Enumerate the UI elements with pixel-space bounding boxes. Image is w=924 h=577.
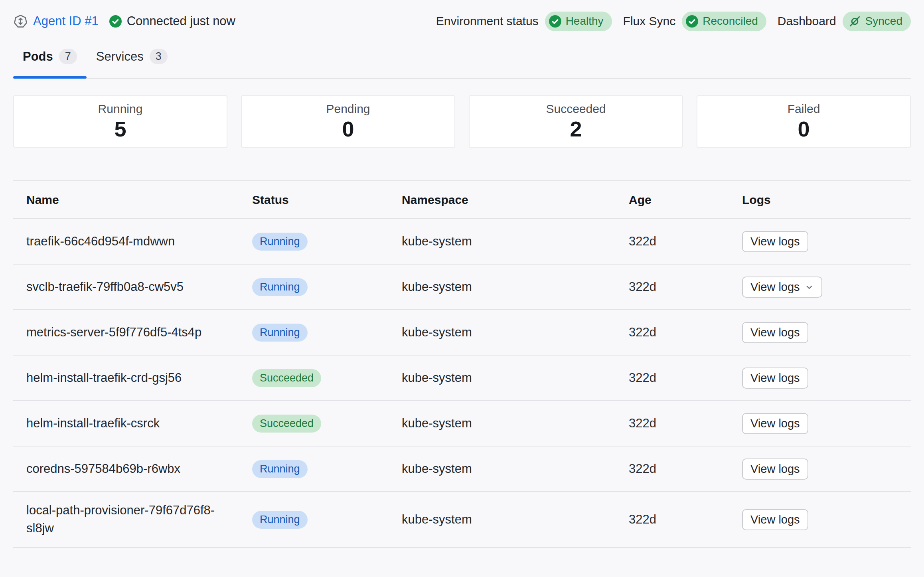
status-badge: Running bbox=[252, 460, 308, 478]
view-logs-button[interactable]: View logs bbox=[742, 509, 808, 530]
card-failed: Failed 0 bbox=[697, 95, 911, 148]
tab-services-count: 3 bbox=[150, 49, 168, 64]
check-circle-icon bbox=[685, 15, 699, 28]
card-succeeded: Succeeded 2 bbox=[469, 95, 683, 148]
card-succeeded-label: Succeeded bbox=[546, 102, 606, 116]
card-running: Running 5 bbox=[13, 95, 227, 148]
card-pending-label: Pending bbox=[326, 102, 370, 116]
pod-age: 322d bbox=[629, 462, 742, 476]
pod-age: 322d bbox=[629, 416, 742, 431]
pods-table: Name Status Namespace Age Logs traefik-6… bbox=[13, 180, 911, 548]
status-badge: Running bbox=[252, 511, 308, 529]
status-badge: Succeeded bbox=[252, 369, 321, 387]
pod-summary-cards: Running 5 Pending 0 Succeeded 2 Failed 0 bbox=[13, 95, 911, 148]
status-badge: Running bbox=[252, 324, 308, 342]
card-pending: Pending 0 bbox=[241, 95, 455, 148]
pod-name: helm-install-traefik-crd-gsj56 bbox=[13, 369, 252, 387]
agent-icon bbox=[13, 14, 28, 29]
pod-name: coredns-597584b69b-r6wbx bbox=[13, 460, 252, 478]
pod-age: 322d bbox=[629, 234, 742, 249]
environment-status-group: Environment status Healthy bbox=[436, 12, 612, 31]
pod-age: 322d bbox=[629, 325, 742, 340]
pod-name: helm-install-traefik-csrck bbox=[13, 415, 252, 433]
agent-id-link[interactable]: Agent ID #1 bbox=[33, 14, 99, 28]
table-row: metrics-server-5f9f776df5-4ts4p Running … bbox=[13, 310, 911, 356]
pod-age: 322d bbox=[629, 371, 742, 385]
reconciled-badge-text: Reconciled bbox=[703, 16, 758, 27]
environment-statuses: Environment status Healthy Flux Sync bbox=[436, 12, 911, 31]
table-row: local-path-provisioner-79f67d76f8-sl8jw … bbox=[13, 492, 911, 548]
pod-namespace: kube-system bbox=[402, 234, 629, 249]
connection-status-text: Connected just now bbox=[127, 14, 235, 28]
status-badge: Running bbox=[252, 278, 308, 296]
view-logs-label: View logs bbox=[750, 281, 800, 294]
table-row: helm-install-traefik-crd-gsj56 Succeeded… bbox=[13, 356, 911, 401]
pod-namespace: kube-system bbox=[402, 325, 629, 340]
healthy-badge-text: Healthy bbox=[566, 16, 604, 27]
flux-sync-label: Flux Sync bbox=[623, 14, 676, 28]
check-circle-icon bbox=[109, 15, 122, 28]
view-logs-button[interactable]: View logs bbox=[742, 413, 808, 434]
pod-namespace: kube-system bbox=[402, 371, 629, 385]
view-logs-label: View logs bbox=[750, 417, 800, 430]
card-running-value: 5 bbox=[114, 117, 126, 141]
pod-age: 322d bbox=[629, 280, 742, 294]
check-circle-icon bbox=[549, 15, 562, 28]
view-logs-label: View logs bbox=[750, 235, 800, 248]
column-header-logs: Logs bbox=[742, 193, 911, 207]
pod-namespace: kube-system bbox=[402, 280, 629, 294]
card-succeeded-value: 2 bbox=[570, 117, 582, 141]
status-badge: Running bbox=[252, 233, 308, 251]
card-failed-label: Failed bbox=[788, 102, 820, 116]
tab-services-label: Services bbox=[96, 49, 144, 64]
view-logs-button[interactable]: View logs bbox=[742, 458, 808, 480]
column-header-age: Age bbox=[629, 193, 742, 207]
view-logs-button[interactable]: View logs bbox=[742, 368, 808, 389]
synced-badge: Synced bbox=[843, 12, 911, 31]
environment-status-label: Environment status bbox=[436, 14, 539, 28]
connection-status: Connected just now bbox=[109, 14, 235, 28]
view-logs-label: View logs bbox=[750, 513, 800, 526]
dashboard-label: Dashboard bbox=[778, 14, 836, 28]
reconciled-badge: Reconciled bbox=[682, 12, 766, 31]
table-row: svclb-traefik-79ffb0a8-cw5v5 Running kub… bbox=[13, 265, 911, 310]
view-logs-button[interactable]: View logs bbox=[742, 231, 808, 252]
pod-namespace: kube-system bbox=[402, 512, 629, 527]
pod-namespace: kube-system bbox=[402, 416, 629, 431]
agent-connection-group: Agent ID #1 Connected just now bbox=[13, 14, 235, 29]
column-header-namespace: Namespace bbox=[402, 193, 629, 207]
flux-sync-group: Flux Sync Reconciled bbox=[623, 12, 766, 31]
table-row: coredns-597584b69b-r6wbx Running kube-sy… bbox=[13, 447, 911, 492]
pod-namespace: kube-system bbox=[402, 462, 629, 476]
column-header-name: Name bbox=[13, 191, 252, 209]
status-badge: Succeeded bbox=[252, 415, 321, 433]
view-logs-dropdown-button[interactable]: View logs bbox=[742, 277, 822, 298]
tab-bar: Pods 7 Services 3 bbox=[13, 42, 911, 79]
synced-badge-text: Synced bbox=[865, 16, 902, 27]
tab-services[interactable]: Services 3 bbox=[87, 42, 177, 78]
pod-name: svclb-traefik-79ffb0a8-cw5v5 bbox=[13, 278, 252, 296]
view-logs-label: View logs bbox=[750, 462, 800, 476]
view-logs-label: View logs bbox=[750, 326, 800, 339]
dashboard-group: Dashboard Synced bbox=[778, 12, 911, 31]
table-row: helm-install-traefik-csrck Succeeded kub… bbox=[13, 401, 911, 447]
chevron-down-icon bbox=[805, 283, 814, 292]
table-header-row: Name Status Namespace Age Logs bbox=[13, 181, 911, 219]
view-logs-button[interactable]: View logs bbox=[742, 322, 808, 343]
pod-age: 322d bbox=[629, 512, 742, 527]
pod-name: local-path-provisioner-79f67d76f8-sl8jw bbox=[13, 502, 252, 537]
card-running-label: Running bbox=[98, 102, 143, 116]
column-header-status: Status bbox=[252, 193, 402, 207]
healthy-badge: Healthy bbox=[545, 12, 612, 31]
table-row: traefik-66c46d954f-mdwwn Running kube-sy… bbox=[13, 219, 911, 265]
tab-pods-label: Pods bbox=[23, 49, 53, 64]
card-failed-value: 0 bbox=[798, 117, 809, 141]
tab-pods[interactable]: Pods 7 bbox=[13, 42, 87, 78]
pod-name: metrics-server-5f9f776df5-4ts4p bbox=[13, 324, 252, 342]
tab-pods-count: 7 bbox=[59, 49, 77, 64]
sync-icon bbox=[848, 15, 861, 28]
topbar: Agent ID #1 Connected just now Environme… bbox=[0, 0, 924, 42]
view-logs-label: View logs bbox=[750, 371, 800, 385]
card-pending-value: 0 bbox=[342, 117, 354, 141]
pod-name: traefik-66c46d954f-mdwwn bbox=[13, 233, 252, 251]
